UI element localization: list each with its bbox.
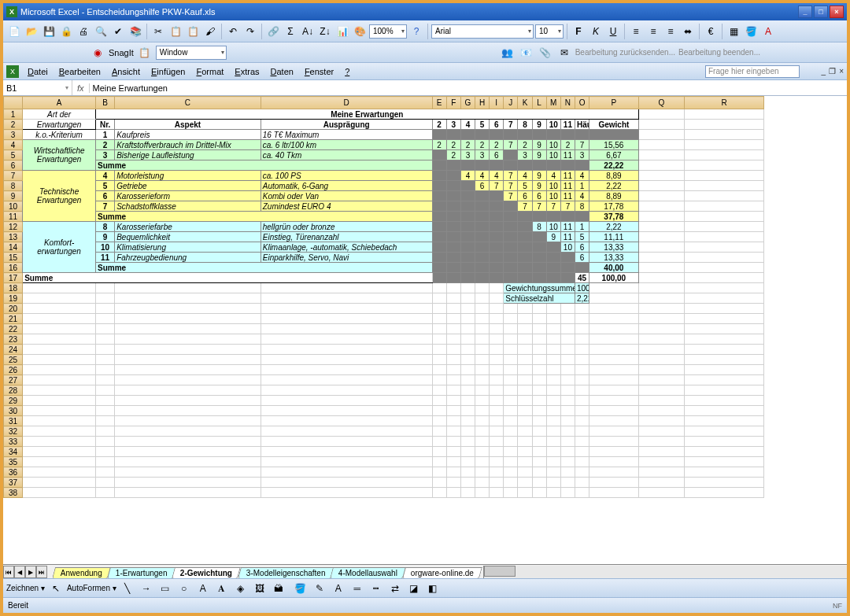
cell[interactable]: [490, 385, 504, 396]
cell[interactable]: [685, 150, 764, 160]
cell[interactable]: 2: [446, 150, 460, 160]
cell[interactable]: [638, 263, 684, 273]
cell[interactable]: 7: [490, 181, 504, 191]
cell[interactable]: [560, 396, 575, 406]
cell[interactable]: [504, 201, 518, 212]
cell[interactable]: 15,56: [589, 140, 639, 150]
cell[interactable]: Karosseriefarbe: [115, 222, 261, 232]
cell[interactable]: [532, 467, 546, 478]
cell[interactable]: [115, 375, 261, 385]
cell[interactable]: [446, 467, 460, 478]
cell[interactable]: [95, 488, 114, 498]
diagram-icon[interactable]: ◈: [233, 581, 249, 596]
cell[interactable]: [638, 345, 684, 355]
cell[interactable]: [95, 385, 114, 396]
row-header[interactable]: 7: [4, 171, 23, 181]
cell[interactable]: 3: [518, 150, 532, 160]
cell[interactable]: [432, 396, 446, 406]
cell[interactable]: [560, 304, 575, 314]
cell[interactable]: [532, 457, 546, 467]
cell[interactable]: [638, 283, 684, 293]
cell[interactable]: [95, 406, 114, 416]
cell[interactable]: [638, 232, 684, 242]
cell[interactable]: [446, 365, 460, 375]
cell[interactable]: [546, 437, 560, 447]
cell[interactable]: [446, 242, 460, 253]
cell[interactable]: [560, 437, 575, 447]
cell[interactable]: [432, 324, 446, 334]
row-header[interactable]: 24: [4, 345, 23, 355]
cell[interactable]: [432, 171, 446, 181]
cell[interactable]: [685, 396, 764, 406]
row-header[interactable]: 23: [4, 334, 23, 345]
cell[interactable]: 40,00: [589, 263, 639, 273]
cell[interactable]: [446, 437, 460, 447]
cell[interactable]: [432, 467, 446, 478]
cell[interactable]: [261, 283, 432, 293]
menu-datei[interactable]: Datei: [22, 65, 54, 78]
cell[interactable]: [490, 334, 504, 345]
cell[interactable]: [504, 263, 518, 273]
cell[interactable]: [115, 437, 261, 447]
shared-icon[interactable]: 👥: [500, 45, 516, 61]
cell[interactable]: Aspekt: [115, 120, 261, 130]
cell[interactable]: [460, 293, 475, 304]
cell[interactable]: [490, 365, 504, 375]
row-header[interactable]: 32: [4, 426, 23, 437]
cell[interactable]: [560, 160, 575, 171]
cell[interactable]: [446, 171, 460, 181]
cell[interactable]: [560, 478, 575, 488]
cell[interactable]: [546, 253, 560, 263]
cell[interactable]: [432, 283, 446, 293]
cell[interactable]: [475, 375, 490, 385]
cell[interactable]: [589, 283, 639, 293]
cell[interactable]: [518, 263, 532, 273]
cell[interactable]: [575, 478, 589, 488]
cell[interactable]: [23, 385, 96, 396]
cell[interactable]: [460, 130, 475, 140]
cell[interactable]: [460, 273, 475, 283]
spreadsheet-grid[interactable]: ABCDEFGHIJKLMNOPQR1Art derMeine Erwartun…: [3, 96, 847, 564]
cell[interactable]: [638, 304, 684, 314]
cell[interactable]: 3: [446, 120, 460, 130]
cell[interactable]: [446, 345, 460, 355]
cell[interactable]: 11: [95, 253, 114, 263]
cell[interactable]: [685, 232, 764, 242]
cell[interactable]: [504, 426, 518, 437]
cell[interactable]: [532, 345, 546, 355]
cell[interactable]: 3: [95, 150, 114, 160]
cell[interactable]: [504, 150, 518, 160]
preview-icon[interactable]: 🔍: [93, 24, 109, 39]
col-header[interactable]: K: [518, 97, 532, 109]
row-header[interactable]: 6: [4, 160, 23, 171]
cell[interactable]: [589, 130, 639, 140]
cell[interactable]: 45: [575, 273, 589, 283]
cell[interactable]: [685, 171, 764, 181]
menu-?[interactable]: ?: [339, 65, 355, 78]
cell[interactable]: [23, 457, 96, 467]
drawing-icon[interactable]: 🎨: [352, 24, 368, 39]
cell[interactable]: [532, 242, 546, 253]
cell[interactable]: [532, 314, 546, 324]
cell[interactable]: [475, 232, 490, 242]
cell[interactable]: [589, 488, 639, 498]
copy-icon[interactable]: 📋: [168, 24, 183, 39]
cell[interactable]: [504, 447, 518, 457]
cell[interactable]: 7: [575, 140, 589, 150]
cell[interactable]: [460, 263, 475, 273]
cell[interactable]: [490, 478, 504, 488]
cell[interactable]: 5: [518, 181, 532, 191]
cell[interactable]: [532, 304, 546, 314]
cell[interactable]: [532, 263, 546, 273]
cell[interactable]: [432, 437, 446, 447]
cell[interactable]: 13,33: [589, 253, 639, 263]
sort-asc-icon[interactable]: A↓: [300, 24, 316, 39]
cell[interactable]: [446, 314, 460, 324]
cell[interactable]: [685, 191, 764, 201]
cell[interactable]: [460, 181, 475, 191]
cell[interactable]: [546, 345, 560, 355]
col-header[interactable]: D: [261, 97, 432, 109]
cell[interactable]: [475, 406, 490, 416]
cell[interactable]: 100,00: [589, 273, 639, 283]
cell[interactable]: [432, 488, 446, 498]
